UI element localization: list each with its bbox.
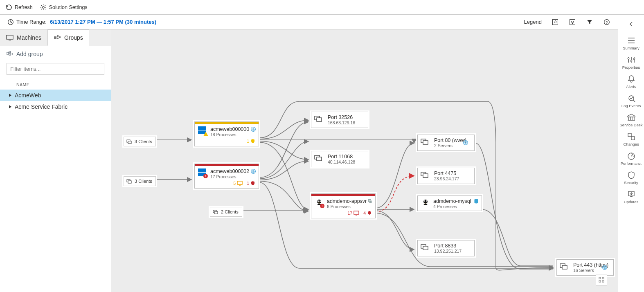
svg-rect-55 [602,281,604,282]
svg-rect-44 [317,157,322,161]
security-icon [627,171,636,180]
svg-point-26 [318,201,318,201]
svg-rect-19 [214,211,218,214]
svg-rect-7 [54,36,56,39]
legend-button[interactable]: Legend [524,19,542,25]
port-title: Port 8833 [434,243,471,249]
machine-node-m1[interactable]: acmeweb00000018 Processes1 [194,121,259,146]
rail-alerts[interactable]: Alerts [620,72,643,91]
svg-rect-30 [354,211,359,214]
svg-rect-22 [237,181,242,184]
rail-properties[interactable]: Properties [620,53,643,72]
globe-icon [250,168,256,174]
badge: 1 [247,139,255,144]
svg-rect-61 [631,137,635,140]
servers-icon [213,209,218,215]
clients-node[interactable]: 3 Clients [124,176,156,186]
rail-performance[interactable]: Performanc. [620,149,643,168]
clients-node[interactable]: 2 Clients [210,207,242,217]
globe-icon [463,140,468,146]
svg-rect-12 [9,51,11,53]
svg-point-31 [369,214,370,215]
badge: 5 [233,181,243,186]
map-canvas[interactable]: 3 Clients3 Clients2 Clientsacmeweb000000… [111,29,618,292]
os-icon: ! [315,198,324,207]
help-icon[interactable]: ? [603,18,610,26]
svg-point-58 [633,58,635,60]
refresh-button[interactable]: Refresh [6,4,33,11]
collapse-rail-button[interactable] [618,20,644,32]
servers-icon [420,137,429,146]
solution-settings-button[interactable]: Solution Settings [40,4,88,11]
database-icon [473,198,479,204]
gear-icon [40,4,47,11]
tree-item-1[interactable]: Acme Service Fabric [0,101,111,112]
tree-item-0[interactable]: AcmeWeb [0,90,111,101]
group-icon [367,198,373,204]
svg-rect-53 [602,277,604,279]
machine-title: admdemo-mysql [433,198,471,204]
rail-summary[interactable]: Summary [620,34,643,53]
servers-icon [420,171,429,180]
svg-point-59 [629,96,634,101]
port-node[interactable]: Port 447523.96.24.177 [417,168,475,184]
servers-icon [420,243,429,252]
rail-label: Summary [623,46,639,50]
machine-node-m3[interactable]: !admdemo-appsvr6 Processes174 [311,193,376,218]
add-group-button[interactable]: Add group [0,46,111,60]
port-node[interactable]: Port 32526168.63.129.16 [311,112,368,128]
clients-node[interactable]: 3 Clients [124,137,156,146]
svg-rect-48 [423,246,428,250]
tab-strip: Machines Groups [0,29,111,46]
refresh-label: Refresh [15,4,33,10]
svg-point-27 [320,201,320,201]
top-toolbar: Refresh Solution Settings [0,0,644,15]
globe-icon [602,265,608,270]
port-node[interactable]: Port 443 (https)16 Servers [556,259,614,276]
badge: 4 [363,211,372,216]
svg-text:?: ? [606,20,608,24]
svg-rect-39 [317,118,322,121]
svg-rect-41 [423,141,428,144]
filter-input[interactable] [7,63,104,75]
performance-icon [627,151,636,160]
filter-icon[interactable] [586,18,593,26]
time-range-bar: Time Range: 6/13/2017 1:27 PM — 1:57 PM … [0,15,618,29]
rail-label: Properties [622,65,640,70]
groups-icon [54,35,61,40]
servers-icon [314,154,323,163]
caret-icon [9,105,11,108]
svg-point-36 [426,201,427,201]
tab-groups-label: Groups [64,34,83,41]
rail-label: Performanc. [621,161,642,166]
servers-icon [126,178,132,184]
fit-icon [598,276,605,283]
time-range-label: Time Range: [16,19,47,25]
rail-updates[interactable]: Updates [620,187,643,207]
port-sub: 23.96.24.177 [434,176,471,181]
expand-all-icon[interactable] [569,18,576,26]
rail-changes[interactable]: Changes [620,130,643,149]
rail-servicedesk[interactable]: Service Desk [620,110,643,130]
machine-node-m4[interactable]: admdemo-mysql4 Processes [417,195,482,211]
port-node[interactable]: Port 80 (www)2 Servers [417,135,475,151]
port-node[interactable]: Port 1106840.114.46.128 [311,151,368,167]
clients-label: 3 Clients [135,139,152,144]
tab-groups[interactable]: Groups [47,29,89,46]
port-sub: 13.92.251.217 [434,249,471,254]
svg-rect-6 [7,35,13,39]
machine-node-m2[interactable]: !acmeweb00000217 Processes51 [194,164,259,189]
time-range-value[interactable]: 6/13/2017 1:27 PM — 1:57 PM (30 minutes) [50,19,156,25]
servicedesk-icon [627,113,636,122]
collapse-all-icon[interactable] [552,18,559,26]
rail-security[interactable]: Security [620,168,643,187]
fit-to-screen-button[interactable] [596,274,607,285]
port-sub: 40.114.46.128 [328,159,365,164]
rail-logevents[interactable]: Log Events [620,91,643,110]
summary-icon [627,36,636,45]
port-node[interactable]: Port 883313.92.251.217 [417,240,475,256]
tab-machines[interactable]: Machines [0,29,47,46]
logevents-icon [627,94,636,103]
machine-sub: 6 Processes [327,204,367,209]
properties-icon [627,55,636,64]
